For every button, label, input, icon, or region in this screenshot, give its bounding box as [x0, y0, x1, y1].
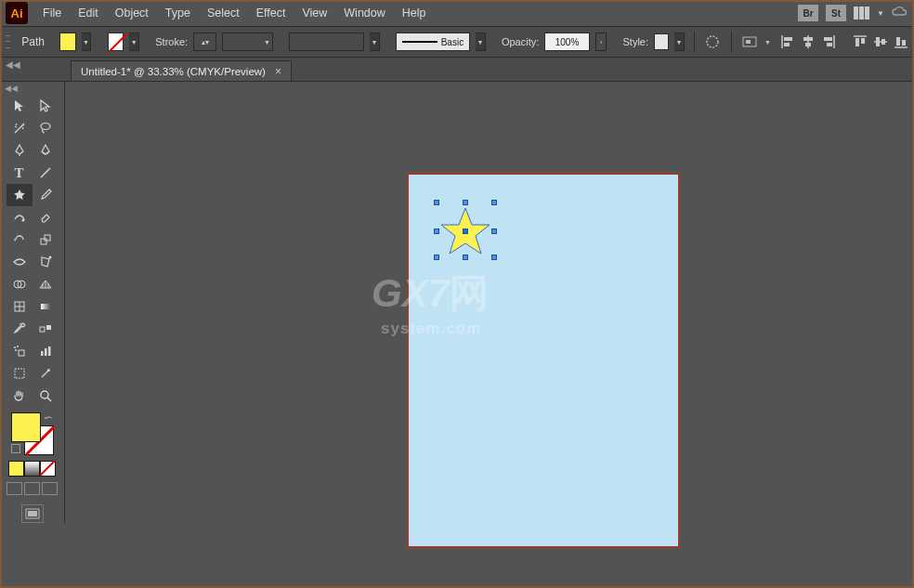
align-left-icon[interactable]: [780, 34, 795, 49]
profile-dropdown-icon[interactable]: ▼: [370, 33, 380, 51]
draw-behind-icon[interactable]: [24, 482, 40, 495]
svg-rect-8: [805, 43, 811, 46]
menu-select[interactable]: Select: [200, 5, 247, 21]
width-tool[interactable]: [7, 251, 33, 273]
zoom-tool[interactable]: [33, 385, 59, 407]
arrange-caret-icon[interactable]: ▼: [877, 9, 884, 18]
menu-file[interactable]: File: [35, 5, 69, 21]
tools-collapse-icon[interactable]: ◀◀: [5, 84, 18, 93]
fill-dropdown-icon[interactable]: ▼: [82, 33, 92, 51]
menu-help[interactable]: Help: [395, 5, 434, 21]
variable-width-profile[interactable]: [289, 33, 364, 51]
rotate-tool[interactable]: [7, 229, 33, 251]
stroke-dropdown-icon[interactable]: ▼: [129, 33, 139, 51]
fill-stroke-indicator[interactable]: ⤺: [11, 412, 54, 455]
panel-grip-icon[interactable]: [6, 33, 10, 51]
opacity-dropdown-icon[interactable]: ›: [595, 33, 607, 51]
symbol-sprayer-tool[interactable]: [7, 340, 33, 362]
align-to-caret-icon[interactable]: ▼: [764, 39, 771, 46]
curvature-tool[interactable]: [33, 139, 59, 162]
stock-icon[interactable]: St: [826, 5, 846, 21]
selection-handle[interactable]: [491, 255, 497, 260]
scale-tool[interactable]: [33, 229, 59, 251]
opacity-input[interactable]: 100%: [544, 33, 589, 51]
selection-handle[interactable]: [434, 200, 439, 205]
brush-definition[interactable]: Basic: [396, 33, 470, 51]
menu-object[interactable]: Object: [108, 5, 156, 21]
document-tab[interactable]: Untitled-1* @ 33.33% (CMYK/Preview) ×: [71, 60, 292, 81]
stroke-weight-input[interactable]: ▴▾: [193, 33, 216, 51]
svg-point-23: [21, 219, 24, 222]
shape-builder-tool[interactable]: [7, 273, 33, 295]
eraser-tool[interactable]: [33, 206, 59, 229]
selection-handle[interactable]: [491, 200, 497, 205]
opacity-label: Opacity:: [502, 36, 539, 47]
style-dropdown-icon[interactable]: ▼: [674, 33, 685, 51]
close-tab-icon[interactable]: ×: [275, 65, 281, 78]
star-shape[interactable]: [437, 203, 494, 260]
menu-view[interactable]: View: [294, 5, 334, 21]
direct-selection-tool[interactable]: [33, 95, 59, 117]
align-top-icon[interactable]: [853, 34, 868, 49]
screen-mode-button[interactable]: [21, 504, 44, 523]
canvas-area[interactable]: GX7网 system.com: [65, 82, 914, 588]
align-vcenter-icon[interactable]: [873, 34, 888, 49]
align-hcenter-icon[interactable]: [801, 34, 816, 49]
fill-swatch[interactable]: [59, 33, 76, 51]
pen-tool[interactable]: [7, 139, 33, 162]
color-mode-solid[interactable]: [8, 461, 24, 477]
star-tool[interactable]: [7, 184, 33, 206]
eyedropper-tool[interactable]: [7, 318, 33, 340]
align-bottom-icon[interactable]: [894, 34, 908, 49]
selection-handle[interactable]: [434, 229, 439, 234]
free-transform-tool[interactable]: [33, 251, 59, 273]
magic-wand-tool[interactable]: [7, 117, 33, 139]
selection-center-handle[interactable]: [463, 229, 468, 234]
menu-window[interactable]: Window: [336, 5, 392, 21]
draw-normal-icon[interactable]: [7, 482, 22, 495]
collapse-panels-icon[interactable]: ◀◀: [6, 59, 20, 70]
graphic-style-swatch[interactable]: [654, 33, 669, 50]
sync-icon[interactable]: [892, 6, 908, 21]
type-tool[interactable]: T: [7, 162, 33, 184]
menu-effect[interactable]: Effect: [249, 5, 294, 21]
hand-tool[interactable]: [7, 385, 33, 407]
selection-handle[interactable]: [434, 255, 439, 260]
gradient-tool[interactable]: [33, 295, 59, 318]
column-graph-tool[interactable]: [33, 340, 59, 362]
brush-dropdown-icon[interactable]: ▼: [476, 33, 486, 51]
menu-type[interactable]: Type: [158, 5, 198, 21]
svg-rect-40: [45, 348, 47, 356]
align-right-icon[interactable]: [821, 34, 836, 49]
svg-rect-5: [784, 43, 790, 46]
selection-handle[interactable]: [463, 200, 468, 205]
menu-edit[interactable]: Edit: [71, 5, 106, 21]
blend-tool[interactable]: [33, 318, 59, 340]
align-to-selection-icon[interactable]: [741, 32, 759, 52]
brush-label: Basic: [441, 37, 464, 47]
selection-handle[interactable]: [491, 229, 497, 234]
fill-color-box[interactable]: [11, 412, 41, 442]
selection-tool[interactable]: [7, 95, 33, 117]
stroke-swatch[interactable]: [108, 33, 124, 51]
artboard-tool[interactable]: [7, 362, 33, 385]
paintbrush-tool[interactable]: [33, 184, 59, 206]
shaper-tool[interactable]: [7, 206, 33, 229]
lasso-tool[interactable]: [33, 117, 59, 139]
slice-tool[interactable]: [33, 362, 59, 385]
color-mode-none[interactable]: [40, 461, 56, 477]
line-segment-tool[interactable]: [33, 162, 59, 184]
color-mode-gradient[interactable]: [24, 461, 40, 477]
bridge-icon[interactable]: Br: [798, 5, 818, 21]
swap-fill-stroke-icon[interactable]: ⤺: [45, 412, 52, 423]
arrange-documents-icon[interactable]: [854, 7, 869, 20]
recolor-artwork-icon[interactable]: [704, 32, 722, 52]
mesh-tool[interactable]: [7, 295, 33, 318]
selection-handle[interactable]: [463, 255, 468, 260]
style-label: Style:: [623, 36, 649, 47]
stroke-weight-dropdown[interactable]: ▼: [222, 33, 273, 51]
svg-rect-14: [861, 38, 865, 44]
draw-inside-icon[interactable]: [42, 482, 58, 495]
perspective-grid-tool[interactable]: [33, 273, 59, 295]
default-fill-stroke-icon[interactable]: [11, 444, 20, 453]
